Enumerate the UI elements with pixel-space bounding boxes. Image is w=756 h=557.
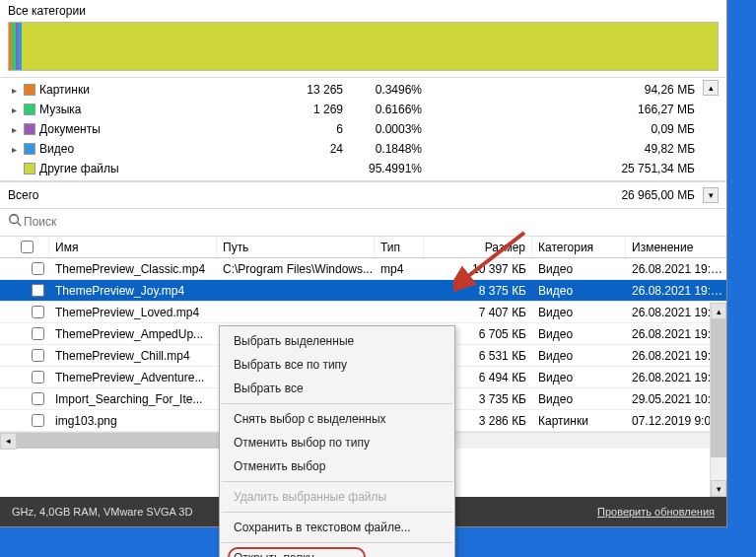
cell-name: ThemePreview_Chill.mp4 bbox=[49, 349, 217, 363]
ctx-separator bbox=[222, 542, 452, 543]
row-checkbox[interactable] bbox=[32, 306, 44, 318]
table-row[interactable]: ThemePreview_Classic.mp4C:\Program Files… bbox=[0, 258, 726, 280]
cell-category: Видео bbox=[532, 306, 626, 319]
ctx-separator bbox=[222, 481, 452, 482]
category-bar-segment bbox=[22, 23, 718, 70]
header-modified[interactable]: Изменение bbox=[626, 237, 726, 257]
total-label: Всего bbox=[8, 188, 621, 202]
expand-arrow-icon[interactable]: ▸ bbox=[8, 104, 20, 115]
cell-category: Видео bbox=[532, 392, 626, 406]
vscroll-down-button[interactable]: ▾ bbox=[711, 480, 726, 497]
status-hardware: GHz, 4,0GB RAM, VMware SVGA 3D bbox=[12, 506, 192, 518]
category-count: 24 bbox=[284, 142, 343, 156]
context-menu: Выбрать выделенные Выбрать все по типу В… bbox=[219, 325, 455, 557]
header-name[interactable]: Имя bbox=[49, 237, 217, 257]
cell-category: Картинки bbox=[532, 414, 626, 428]
header-category[interactable]: Категория bbox=[532, 237, 626, 257]
ctx-separator bbox=[222, 512, 452, 513]
cell-name: Import_Searching_For_Ite... bbox=[49, 392, 217, 406]
cell-date: 26.08.2021 19:11:42 bbox=[626, 262, 726, 276]
category-name: Картинки bbox=[39, 83, 90, 97]
row-checkbox[interactable] bbox=[32, 414, 44, 427]
header-path[interactable]: Путь bbox=[217, 237, 375, 257]
row-checkbox[interactable] bbox=[32, 284, 44, 297]
category-count: 1 269 bbox=[284, 103, 343, 116]
row-checkbox[interactable] bbox=[32, 371, 44, 383]
cell-name: ThemePreview_Adventure... bbox=[49, 371, 217, 384]
cell-size: 10 397 КБ bbox=[424, 262, 532, 276]
search-icon bbox=[8, 213, 22, 230]
category-swatch bbox=[24, 104, 35, 115]
vscroll-thumb[interactable] bbox=[711, 319, 726, 457]
table-header: Имя Путь Тип Размер Категория Изменение bbox=[0, 237, 726, 258]
table-row[interactable]: ThemePreview_Loved.mp47 407 КБВидео26.08… bbox=[0, 302, 726, 323]
row-checkbox[interactable] bbox=[32, 349, 44, 362]
category-name: Документы bbox=[39, 122, 101, 136]
category-row[interactable]: Другие файлы95.4991%25 751,34 МБ bbox=[8, 159, 719, 178]
ctx-select-highlighted[interactable]: Выбрать выделенные bbox=[220, 329, 454, 353]
cell-size: 7 407 КБ bbox=[424, 306, 532, 319]
category-percent: 0.3496% bbox=[343, 83, 422, 97]
cell-path: C:\Program Files\Windows... bbox=[217, 262, 375, 276]
header-type[interactable]: Тип bbox=[375, 237, 424, 257]
svg-point-0 bbox=[10, 215, 19, 224]
vertical-scrollbar[interactable]: ▴ ▾ bbox=[710, 303, 726, 497]
check-updates-link[interactable]: Проверить обновления bbox=[597, 506, 715, 518]
ctx-select-all-by-type[interactable]: Выбрать все по типу bbox=[220, 353, 454, 377]
category-row[interactable]: ▸Картинки13 2650.3496%94,26 МБ bbox=[8, 80, 719, 100]
cell-category: Видео bbox=[532, 349, 626, 363]
hscroll-left-button[interactable]: ◂ bbox=[0, 433, 17, 450]
expand-arrow-icon[interactable]: ▸ bbox=[8, 124, 20, 135]
category-size: 25 751,34 МБ bbox=[422, 162, 719, 175]
cell-name: img103.png bbox=[49, 414, 217, 428]
category-size: 49,82 МБ bbox=[422, 142, 719, 156]
header-checkbox[interactable] bbox=[0, 237, 49, 257]
category-name: Другие файлы bbox=[39, 162, 119, 175]
expand-arrow-icon[interactable]: ▸ bbox=[8, 85, 20, 96]
category-size: 166,27 МБ bbox=[422, 103, 719, 116]
total-scroll-down-button[interactable]: ▾ bbox=[703, 187, 719, 203]
category-size: 0,09 МБ bbox=[422, 122, 719, 136]
category-swatch bbox=[24, 123, 35, 135]
category-row[interactable]: ▸Музыка1 2690.6166%166,27 МБ bbox=[8, 100, 719, 119]
cell-size: 8 375 КБ bbox=[424, 284, 532, 298]
table-row[interactable]: ThemePreview_Joy.mp48 375 КБВидео26.08.2… bbox=[0, 280, 726, 302]
header-size[interactable]: Размер bbox=[424, 237, 532, 257]
row-checkbox[interactable] bbox=[32, 327, 44, 340]
cell-name: ThemePreview_Joy.mp4 bbox=[49, 284, 217, 298]
categories-bar bbox=[8, 22, 719, 71]
cell-category: Видео bbox=[532, 284, 626, 298]
category-percent: 0.1848% bbox=[343, 142, 422, 156]
vscroll-up-button[interactable]: ▴ bbox=[711, 303, 726, 319]
category-name: Видео bbox=[39, 142, 74, 156]
cell-name: ThemePreview_Loved.mp4 bbox=[49, 306, 217, 319]
ctx-deselect-highlighted[interactable]: Снять выбор с выделенных bbox=[220, 407, 454, 431]
ctx-delete-selected: Удалить выбранные файлы bbox=[220, 485, 454, 509]
expand-arrow-icon[interactable]: ▸ bbox=[8, 144, 20, 155]
cell-category: Видео bbox=[532, 262, 626, 276]
tree-scroll-up-button[interactable]: ▴ bbox=[703, 80, 719, 96]
ctx-cancel-selection[interactable]: Отменить выбор bbox=[220, 454, 454, 478]
total-row: Всего 26 965,00 МБ ▾ bbox=[0, 181, 726, 209]
cell-category: Видео bbox=[532, 371, 626, 384]
ctx-open-folder[interactable]: Открыть папку bbox=[220, 546, 454, 557]
category-row[interactable]: ▸Видео240.1848%49,82 МБ bbox=[8, 139, 719, 159]
category-count: 6 bbox=[284, 122, 343, 136]
category-name: Музыка bbox=[39, 103, 81, 116]
category-row[interactable]: ▸Документы60.0003%0,09 МБ bbox=[8, 119, 719, 139]
cell-name: ThemePreview_Classic.mp4 bbox=[49, 262, 217, 276]
category-tree: ▴ ▸Картинки13 2650.3496%94,26 МБ▸Музыка1… bbox=[0, 77, 726, 181]
cell-category: Видео bbox=[532, 327, 626, 341]
search-input[interactable] bbox=[24, 215, 221, 229]
search-row bbox=[0, 209, 726, 236]
row-checkbox[interactable] bbox=[32, 262, 44, 275]
ctx-select-all[interactable]: Выбрать все bbox=[220, 377, 454, 400]
ctx-save-text[interactable]: Сохранить в текстовом файле... bbox=[220, 516, 454, 539]
row-checkbox[interactable] bbox=[32, 392, 44, 405]
ctx-cancel-by-type[interactable]: Отменить выбор по типу bbox=[220, 431, 454, 454]
row-select-mark bbox=[12, 284, 32, 297]
svg-line-1 bbox=[18, 223, 22, 227]
category-percent: 95.4991% bbox=[343, 162, 422, 175]
category-count: 13 265 bbox=[284, 83, 343, 97]
cell-type: mp4 bbox=[375, 262, 424, 276]
